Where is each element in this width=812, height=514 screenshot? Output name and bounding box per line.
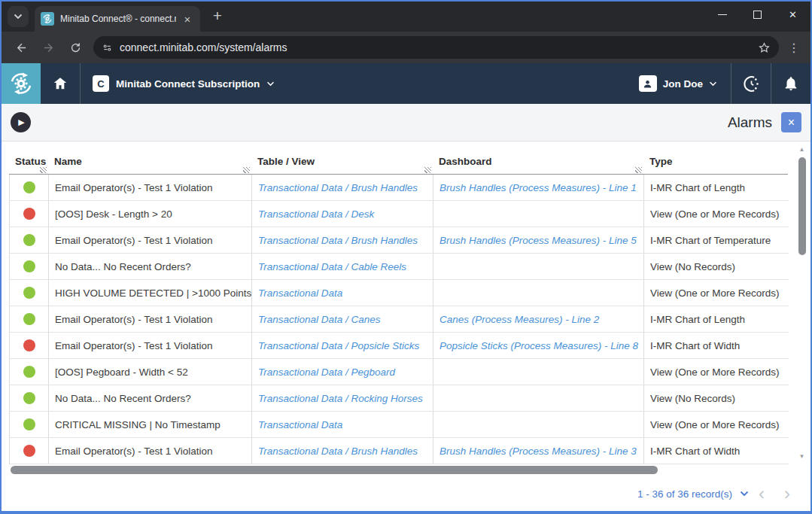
- minitab-connect-logo[interactable]: [2, 63, 41, 104]
- status-dot: [23, 445, 35, 457]
- column-header-dashboard[interactable]: Dashboard: [433, 156, 643, 174]
- column-header-name[interactable]: Name: [48, 156, 251, 174]
- bookmark-star-icon[interactable]: [757, 41, 771, 55]
- forward-button[interactable]: [36, 35, 60, 59]
- cell-table-view[interactable]: Transactional Data / Pegboard: [252, 359, 433, 385]
- cell-dashboard[interactable]: [433, 385, 644, 412]
- cell-table-view[interactable]: Transactional Data / Canes: [252, 306, 433, 333]
- cell-table-view[interactable]: Transactional Data: [252, 412, 433, 438]
- cell-dashboard[interactable]: Brush Handles (Process Measures) - Line …: [433, 438, 644, 464]
- chevron-down-icon: [709, 81, 717, 87]
- status-dot: [23, 208, 35, 220]
- cell-name: Email Operator(s) - Test 1 Violation: [49, 306, 252, 333]
- status-cell: [10, 227, 49, 254]
- navbar-right: Jon Doe: [625, 63, 810, 104]
- cell-table-view[interactable]: Transactional Data / Brush Handles: [252, 175, 433, 201]
- cell-dashboard[interactable]: [433, 412, 644, 438]
- notifications-button[interactable]: [771, 63, 810, 104]
- table-row[interactable]: CRITICAL MISSING | No Timestamp Transact…: [10, 412, 789, 438]
- scroll-up-icon[interactable]: ▲: [799, 147, 805, 153]
- cell-table-view[interactable]: Transactional Data / Desk: [252, 201, 433, 227]
- next-page-button[interactable]: ›: [774, 486, 800, 501]
- cell-dashboard[interactable]: [433, 359, 644, 385]
- reload-button[interactable]: [63, 35, 87, 59]
- horizontal-scrollbar[interactable]: [9, 465, 788, 475]
- chevron-down-icon: [266, 81, 275, 87]
- column-resize-handle[interactable]: [424, 167, 431, 173]
- subscription-selector[interactable]: C Minitab Connect Subscription: [81, 63, 287, 104]
- home-button[interactable]: [41, 63, 80, 104]
- forward-icon: [42, 41, 55, 54]
- cell-dashboard[interactable]: Brush Handles (Process Measures) - Line …: [433, 175, 644, 201]
- cell-table-view[interactable]: Transactional Data / Brush Handles: [252, 438, 433, 464]
- status-cell: [10, 254, 49, 280]
- vertical-scrollbar[interactable]: ▲ ▼: [797, 147, 807, 460]
- column-resize-handle[interactable]: [243, 167, 250, 173]
- cell-dashboard[interactable]: Brush Handles (Process Measures) - Line …: [433, 227, 644, 254]
- table-row[interactable]: Email Operator(s) - Test 1 Violation Tra…: [10, 438, 789, 464]
- url-bar[interactable]: connect.minitab.com/system/alarms: [93, 36, 779, 59]
- table-row[interactable]: Email Operator(s) - Test 1 Violation Tra…: [10, 175, 789, 201]
- site-info-icon: [101, 41, 114, 54]
- browser-tab[interactable]: Minitab Connect® - connect.mi ×: [35, 6, 200, 32]
- status-dot: [23, 234, 35, 246]
- status-cell: [10, 306, 49, 333]
- minimize-icon: [718, 14, 727, 15]
- new-tab-button[interactable]: +: [208, 6, 227, 26]
- cell-dashboard[interactable]: [433, 280, 644, 306]
- home-icon: [52, 75, 68, 92]
- tab-search-button[interactable]: [8, 6, 29, 27]
- url-text[interactable]: connect.minitab.com/system/alarms: [120, 41, 757, 53]
- previous-page-button[interactable]: ‹: [749, 486, 774, 501]
- minimize-button[interactable]: [704, 2, 740, 27]
- cell-type: View (No Records): [644, 385, 789, 412]
- panel-close-button[interactable]: ×: [781, 112, 801, 132]
- reload-icon: [69, 41, 82, 54]
- column-resize-handle[interactable]: [635, 167, 642, 173]
- cell-type: I-MR Chart of Temperature: [644, 227, 789, 254]
- cell-dashboard[interactable]: Popsicle Sticks (Process Measures) - Lin…: [433, 333, 644, 359]
- close-button[interactable]: ✕: [775, 2, 810, 27]
- maximize-button[interactable]: [740, 2, 775, 27]
- table-row[interactable]: Email Operator(s) - Test 1 Violation Tra…: [10, 306, 789, 333]
- column-header-type[interactable]: Type: [643, 156, 788, 174]
- cell-table-view[interactable]: Transactional Data / Popsicle Sticks: [252, 333, 433, 359]
- status-dot: [23, 181, 35, 193]
- column-resize-handle[interactable]: [40, 167, 47, 173]
- record-count-dropdown[interactable]: 1 - 36 of 36 record(s): [637, 488, 749, 500]
- cell-name: No Data... No Recent Orders?: [49, 254, 252, 280]
- tab-strip: Minitab Connect® - connect.mi × + ✕: [2, 2, 810, 32]
- table-row[interactable]: Email Operator(s) - Test 1 Violation Tra…: [10, 227, 789, 254]
- tab-close-icon[interactable]: ×: [181, 12, 194, 26]
- vertical-scroll-thumb[interactable]: [798, 157, 806, 255]
- cell-dashboard[interactable]: [433, 254, 644, 280]
- table-row[interactable]: Email Operator(s) - Test 1 Violation Tra…: [10, 333, 789, 359]
- browser-menu-icon[interactable]: ⋮: [783, 41, 804, 55]
- alarms-toolbar: ▶ Alarms ×: [2, 104, 810, 141]
- cell-table-view[interactable]: Transactional Data: [252, 280, 433, 306]
- table-row[interactable]: HIGH VOLUME DETECTED | >1000 Points Tran…: [10, 280, 789, 306]
- table-row[interactable]: [OOS] Desk - Length > 20 Transactional D…: [10, 201, 789, 227]
- cell-dashboard[interactable]: Canes (Process Measures) - Line 2: [433, 306, 644, 333]
- user-menu[interactable]: Jon Doe: [625, 63, 731, 104]
- table-row[interactable]: [OOS] Pegboard - Width < 52 Transactiona…: [10, 359, 789, 385]
- status-dot: [23, 313, 35, 325]
- status-cell: [10, 412, 49, 438]
- back-button[interactable]: [9, 35, 33, 59]
- recent-activity-button[interactable]: [731, 63, 771, 104]
- cell-type: I-MR Chart of Width: [644, 438, 789, 464]
- user-name: Jon Doe: [663, 78, 703, 90]
- column-header-status[interactable]: Status: [9, 156, 48, 174]
- status-dot: [23, 287, 35, 299]
- cell-table-view[interactable]: Transactional Data / Cable Reels: [252, 254, 433, 280]
- table-row[interactable]: No Data... No Recent Orders? Transaction…: [10, 254, 789, 280]
- cell-table-view[interactable]: Transactional Data / Rocking Horses: [252, 385, 433, 412]
- cell-name: Email Operator(s) - Test 1 Violation: [49, 333, 252, 359]
- column-header-table-view[interactable]: Table / View: [251, 156, 433, 174]
- scroll-down-icon[interactable]: ▼: [799, 454, 805, 460]
- cell-table-view[interactable]: Transactional Data / Brush Handles: [252, 227, 433, 254]
- run-button[interactable]: ▶: [11, 112, 31, 132]
- table-row[interactable]: No Data... No Recent Orders? Transaction…: [10, 385, 789, 412]
- cell-dashboard[interactable]: [433, 201, 644, 227]
- horizontal-scroll-thumb[interactable]: [11, 466, 658, 474]
